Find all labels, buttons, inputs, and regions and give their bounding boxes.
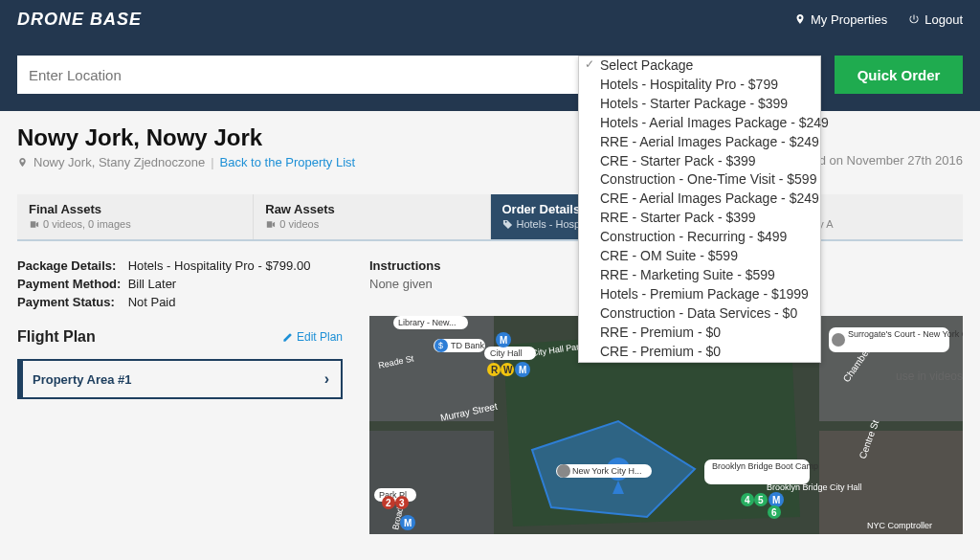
svg-text:M: M xyxy=(500,335,507,346)
my-properties-link[interactable]: My Properties xyxy=(794,12,887,27)
edit-plan-label: Edit Plan xyxy=(297,330,343,344)
meta-divider: | xyxy=(211,155,213,169)
quick-order-button[interactable]: Quick Order xyxy=(835,56,963,94)
pencil-icon xyxy=(282,332,293,343)
payment-method-value: Bill Later xyxy=(128,277,177,291)
chevron-right-icon: › xyxy=(324,370,329,388)
svg-text:Surrogate's Court - New York C: Surrogate's Court - New York County xyxy=(848,329,963,339)
use-in-videos-text: use in videos xyxy=(896,370,963,383)
svg-text:TD Bank: TD Bank xyxy=(451,341,485,350)
svg-text:Library - New...: Library - New... xyxy=(398,318,457,327)
dropdown-item[interactable]: RRE - Aerial Images Package - $249 xyxy=(579,133,820,152)
property-area-item[interactable]: Property Area #1 › xyxy=(17,359,343,399)
package-label: Package Details: xyxy=(17,258,124,273)
svg-text:4: 4 xyxy=(745,495,750,505)
dropdown-item[interactable]: RRE - Premium - $0 xyxy=(579,324,820,343)
nav-right: My Properties Logout xyxy=(794,12,963,27)
back-to-list-link[interactable]: Back to the Property List xyxy=(220,155,356,169)
property-location: Nowy Jork, Stany Zjednoczone xyxy=(33,155,205,169)
svg-text:Brooklyn Bridge City Hall: Brooklyn Bridge City Hall xyxy=(767,482,862,492)
navbar: DRONE BASE My Properties Logout xyxy=(0,0,980,38)
tab-title: Final Assets xyxy=(29,202,241,216)
dropdown-item[interactable]: CRE - Starter Pack - $399 xyxy=(579,152,820,171)
pin-icon xyxy=(794,13,806,25)
svg-text:New York City H...: New York City H... xyxy=(572,466,642,476)
svg-text:M: M xyxy=(772,495,780,505)
tag-icon xyxy=(502,219,513,230)
svg-text:M: M xyxy=(519,365,526,375)
flight-plan-header: Flight Plan Edit Plan xyxy=(17,328,343,346)
dropdown-item[interactable]: Construction - Recurring - $499 xyxy=(579,228,820,247)
dropdown-item[interactable]: Construction - One-Time Visit - $599 xyxy=(579,170,820,190)
updated-on: ated on November 27th 2016 xyxy=(802,153,963,168)
tab-subtitle: 0 videos, 0 images xyxy=(29,218,241,230)
dropdown-item[interactable]: CRE - Aerial Images Package - $249 xyxy=(579,190,820,209)
dropdown-item[interactable]: Select Package xyxy=(579,56,820,76)
dropdown-item[interactable]: Hotels - Starter Package - $399 xyxy=(579,95,820,114)
tab-title: Raw Assets xyxy=(265,202,478,216)
svg-text:6: 6 xyxy=(771,507,777,518)
dropdown-item[interactable]: RRE - Marketing Suite - $599 xyxy=(579,266,820,285)
svg-text:3: 3 xyxy=(399,498,405,508)
svg-text:R: R xyxy=(491,365,499,375)
tab-raw-assets[interactable]: Raw Assets 0 videos xyxy=(253,194,489,239)
svg-rect-2 xyxy=(369,431,494,534)
tab-sub-text: 0 videos xyxy=(279,218,319,230)
package-value: Hotels - Hospitality Pro - $799.00 xyxy=(128,258,311,273)
dropdown-item[interactable]: Hotels - Hospitality Pro - $799 xyxy=(579,76,820,95)
svg-text:W: W xyxy=(503,365,513,375)
flight-plan-heading: Flight Plan xyxy=(17,328,96,346)
svg-text:2: 2 xyxy=(386,498,391,508)
svg-point-26 xyxy=(557,464,570,478)
payment-status-label: Payment Status: xyxy=(17,295,124,309)
tab-final-assets[interactable]: Final Assets 0 videos, 0 images xyxy=(17,194,253,239)
pin-icon xyxy=(17,157,28,168)
my-properties-label: My Properties xyxy=(811,12,887,27)
search-bar: Quick Order Select Package Hotels - Hosp… xyxy=(0,38,980,111)
video-icon xyxy=(265,219,276,230)
tab-subtitle: 0 videos xyxy=(265,218,478,230)
edit-plan-link[interactable]: Edit Plan xyxy=(282,330,343,344)
payment-status-value: Not Paid xyxy=(128,295,176,309)
package-dropdown[interactable]: Select Package Hotels - Hospitality Pro … xyxy=(578,56,821,363)
svg-text:5: 5 xyxy=(758,495,764,505)
logout-link[interactable]: Logout xyxy=(908,12,963,27)
details-left: Package Details: Hotels - Hospitality Pr… xyxy=(17,258,343,534)
payment-status-detail: Payment Status: Not Paid xyxy=(17,295,343,309)
svg-text:Brooklyn Bridge Boot Camp: Brooklyn Bridge Boot Camp xyxy=(712,461,818,471)
video-icon xyxy=(29,219,39,230)
svg-text:NYC Comptroller: NYC Comptroller xyxy=(867,521,932,530)
package-detail: Package Details: Hotels - Hospitality Pr… xyxy=(17,258,343,273)
tab-sub-text: 0 videos, 0 images xyxy=(43,218,131,230)
svg-text:M: M xyxy=(404,518,412,528)
property-area-label: Property Area #1 xyxy=(33,372,132,387)
payment-method-detail: Payment Method: Bill Later xyxy=(17,277,343,291)
dropdown-item[interactable]: Hotels - Aerial Images Package - $249 xyxy=(579,114,820,133)
dropdown-item[interactable]: CRE - OM Suite - $599 xyxy=(579,247,820,266)
svg-text:$: $ xyxy=(438,341,443,350)
dropdown-item[interactable]: CRE - Premium - $0 xyxy=(579,343,820,362)
power-icon xyxy=(908,13,920,25)
logout-label: Logout xyxy=(924,12,963,27)
brand-logo: DRONE BASE xyxy=(17,10,142,30)
content: Nowy Jork, Nowy Jork Nowy Jork, Stany Zj… xyxy=(0,111,980,534)
dropdown-item[interactable]: RRE - Starter Pack - $399 xyxy=(579,209,820,228)
dropdown-item[interactable]: Construction - Data Services - $0 xyxy=(579,304,820,324)
dropdown-item[interactable]: Hotels - Premium Package - $1999 xyxy=(579,285,820,304)
svg-text:City Hall: City Hall xyxy=(490,348,523,358)
payment-method-label: Payment Method: xyxy=(17,277,124,291)
svg-point-23 xyxy=(832,333,845,347)
